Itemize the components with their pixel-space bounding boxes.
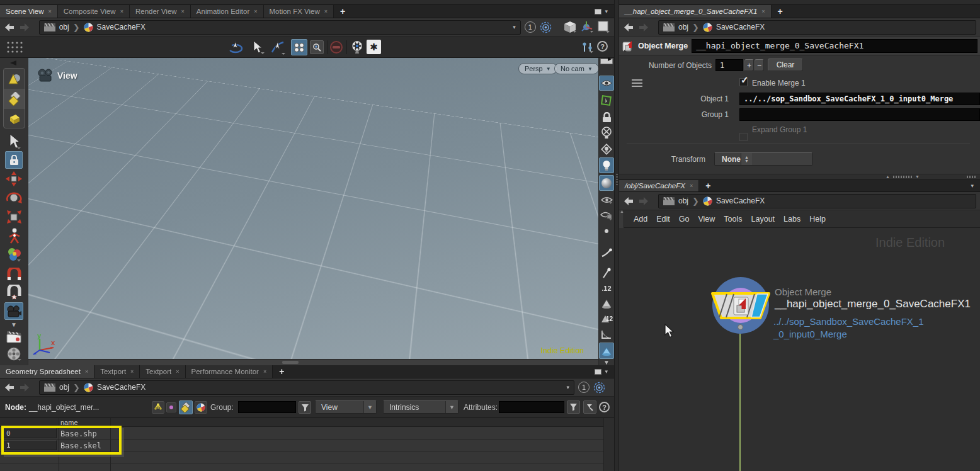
history-back-icon[interactable] xyxy=(623,23,634,32)
breadcrumb-node[interactable]: SaveCacheFX xyxy=(716,23,765,31)
geometry-diamonds-icon[interactable] xyxy=(4,89,25,109)
default-lighting-icon[interactable] xyxy=(599,142,614,157)
new-tab-button[interactable]: + xyxy=(772,5,789,18)
tab-animation-editor[interactable]: Animation Editor× xyxy=(191,5,264,18)
group-filter-icon[interactable] xyxy=(299,401,311,414)
close-icon[interactable]: × xyxy=(130,368,134,375)
pane-menu-icon[interactable]: ▾ xyxy=(605,368,608,375)
close-icon[interactable]: × xyxy=(85,368,88,375)
help-icon[interactable]: ? xyxy=(599,402,610,412)
snap-cube-icon[interactable] xyxy=(563,21,577,33)
display-other-objects-icon[interactable] xyxy=(599,208,614,223)
enable-merge-checkbox[interactable]: ✓ xyxy=(739,78,748,86)
lock-geometry-icon[interactable] xyxy=(599,110,614,125)
pane-menu-icon[interactable]: ▾ xyxy=(971,183,974,189)
pane-maximize-icon[interactable] xyxy=(595,369,601,375)
character-pick-icon[interactable] xyxy=(6,247,22,263)
axis-gizmo-icon[interactable] xyxy=(580,21,594,33)
close-icon[interactable]: × xyxy=(48,8,52,14)
flipbook-reel-icon[interactable] xyxy=(6,346,23,361)
spinner-icon[interactable]: ▲▼ xyxy=(741,153,752,165)
pose-tool-icon[interactable] xyxy=(7,228,21,244)
group-input[interactable] xyxy=(238,401,296,413)
object-merge-node[interactable] xyxy=(709,289,772,323)
link-circles-icon[interactable] xyxy=(593,382,605,394)
pane-splitter[interactable] xyxy=(614,0,619,471)
group1-field[interactable] xyxy=(739,108,980,121)
prim-normals-icon[interactable] xyxy=(599,343,614,359)
rotate-tool-icon[interactable] xyxy=(6,190,23,206)
breadcrumb-root[interactable]: obj xyxy=(59,383,69,392)
close-icon[interactable]: × xyxy=(181,8,185,14)
snap-magnet-icon[interactable] xyxy=(6,268,22,281)
network-filter-icon[interactable] xyxy=(152,401,164,414)
clear-button[interactable]: Clear xyxy=(768,59,803,71)
breadcrumb-node[interactable]: SaveCacheFX xyxy=(716,196,765,205)
history-forward-icon[interactable] xyxy=(19,383,30,392)
pin-icon[interactable] xyxy=(583,400,596,414)
view-tool-icon[interactable] xyxy=(228,40,244,54)
profile-curve-icon[interactable] xyxy=(599,327,614,341)
breadcrumb-root[interactable]: obj xyxy=(678,196,688,205)
point-markers-icon[interactable] xyxy=(599,246,614,261)
more-tools-icon[interactable]: ▼ xyxy=(11,321,17,328)
link-number-badge[interactable]: 1 xyxy=(578,382,590,393)
zoom-region-icon[interactable] xyxy=(310,40,324,54)
close-icon[interactable]: × xyxy=(690,183,693,189)
node-output-wire[interactable] xyxy=(739,329,741,471)
move-tool-icon[interactable] xyxy=(270,40,286,55)
breadcrumb-node[interactable]: SaveCacheFX xyxy=(97,383,145,392)
prim-markers-icon[interactable] xyxy=(599,296,614,311)
prim-numbers-icon[interactable]: 12 xyxy=(599,312,614,325)
stowbar-layout-icon[interactable] xyxy=(581,40,595,54)
tab-textport-1[interactable]: Textport× xyxy=(94,365,140,378)
node-value[interactable]: __hapi_object_mer... xyxy=(29,403,99,412)
pane-menu-icon[interactable]: ▾ xyxy=(605,8,608,14)
history-back-icon[interactable] xyxy=(4,383,15,392)
expand-group-checkbox[interactable] xyxy=(739,133,748,141)
close-icon[interactable]: × xyxy=(761,8,765,14)
menu-tools[interactable]: Tools xyxy=(719,215,746,224)
point-normals-icon[interactable] xyxy=(599,266,614,281)
node-name-field[interactable]: __hapi_object_merge_0_SaveCacheFX1 xyxy=(692,39,977,53)
menu-go[interactable]: Go xyxy=(675,215,694,224)
operation-controls-icon[interactable] xyxy=(6,41,24,54)
path-breadcrumb[interactable]: obj ❯ SaveCacheFX ▾ xyxy=(39,380,574,395)
tab-render-view[interactable]: Render View× xyxy=(130,5,191,18)
history-forward-icon[interactable] xyxy=(19,23,30,32)
tab-network-obj-savecachefx[interactable]: /obj/SaveCacheFX× xyxy=(619,180,699,191)
headlight-icon[interactable] xyxy=(599,125,614,140)
help-icon[interactable]: ? xyxy=(597,41,608,52)
menu-add[interactable]: Add xyxy=(629,215,652,224)
visibility-eye-icon[interactable] xyxy=(599,76,614,91)
num-objects-field[interactable]: 1 xyxy=(715,59,743,71)
tab-textport-2[interactable]: Textport× xyxy=(140,365,185,378)
close-icon[interactable]: × xyxy=(254,8,257,14)
intrinsics-dropdown[interactable]: Intrinsics▼ xyxy=(383,400,459,414)
path-breadcrumb[interactable]: obj ❯ SaveCacheFX xyxy=(658,194,976,208)
menu-help[interactable]: Help xyxy=(805,215,830,224)
scroll-right-icon[interactable]: ▶ xyxy=(608,56,612,62)
normal-lighting-icon[interactable] xyxy=(599,157,614,173)
prims-filter-icon[interactable] xyxy=(179,400,193,414)
node-name-label[interactable]: __hapi_object_merge_0_SaveCacheFX1 xyxy=(775,298,971,310)
snapshot-options-icon[interactable]: ✱ xyxy=(367,40,381,54)
increment-button[interactable]: + xyxy=(744,59,754,71)
viewport-camera-tool-icon[interactable] xyxy=(4,302,23,320)
path-dropdown-icon[interactable]: ▾ xyxy=(513,24,516,30)
close-icon[interactable]: × xyxy=(324,8,328,14)
tab-composite-view[interactable]: Composite View× xyxy=(58,5,130,18)
history-back-icon[interactable] xyxy=(4,23,15,32)
breadcrumb-root[interactable]: obj xyxy=(678,23,688,31)
splitter-grip[interactable] xyxy=(616,174,618,185)
select-visible-icon[interactable] xyxy=(599,93,614,108)
flipbook-icon[interactable] xyxy=(350,40,365,55)
points-filter-icon[interactable] xyxy=(166,402,176,412)
path-breadcrumb[interactable]: obj ❯ SaveCacheFX ▾ xyxy=(39,20,521,35)
translate-tool-icon[interactable] xyxy=(6,171,23,186)
pane-maximize-icon[interactable] xyxy=(595,9,601,14)
close-icon[interactable]: × xyxy=(120,8,123,14)
secure-selection-lock-icon[interactable] xyxy=(5,151,23,169)
select-groups-icon[interactable] xyxy=(291,39,307,55)
detail-filter-icon[interactable] xyxy=(195,401,207,414)
